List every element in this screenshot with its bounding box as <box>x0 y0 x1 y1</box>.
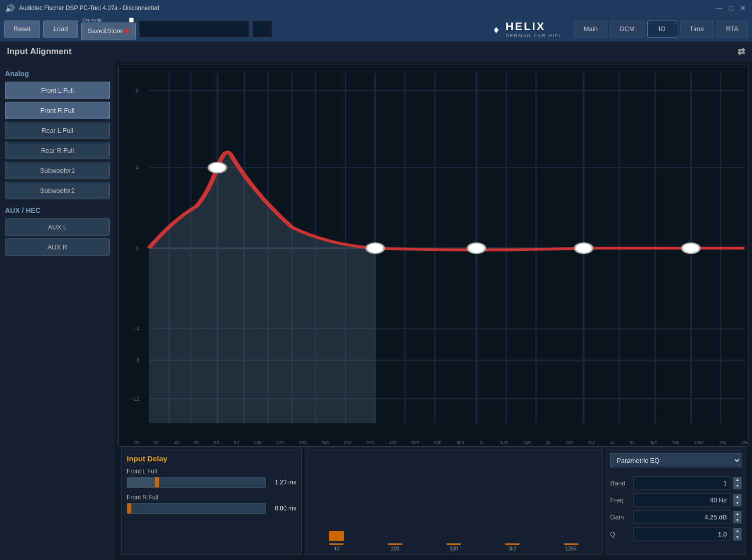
peq-q-up[interactable]: ▲ <box>733 528 741 534</box>
peq-freq-row: Freq ▲ ▼ <box>610 493 741 506</box>
nav-rta-button[interactable]: RTA <box>716 21 748 38</box>
reset-button[interactable]: Reset <box>4 21 40 38</box>
nav-io-button[interactable]: IO <box>647 21 677 38</box>
eq-band-panel: 40 200 <box>305 449 603 555</box>
helix-logo: ⬧ HELIX GERMAN CAR HIFI <box>492 20 561 38</box>
x-label-4k: 4k <box>610 440 615 445</box>
delay-ch2-track[interactable] <box>127 503 266 514</box>
channel-rear-r-full[interactable]: Rear R Full <box>5 142 110 159</box>
peq-gain-down[interactable]: ▼ <box>733 517 741 523</box>
x-label-160: 160 <box>299 440 306 445</box>
nav-main-button[interactable]: Main <box>574 21 607 38</box>
app-icon: 🔊 <box>5 4 15 13</box>
setup-number-input[interactable]: 0 <box>252 21 272 38</box>
y-label-0: 0 <box>136 245 139 251</box>
peq-q-down[interactable]: ▼ <box>733 534 741 540</box>
x-label-50: 50 <box>194 440 199 445</box>
io-toggle-icon[interactable]: ⇄ <box>737 46 745 57</box>
eq-band-12k5-track[interactable] <box>563 543 579 544</box>
close-button[interactable]: ✕ <box>739 4 747 12</box>
eq-band-40-label: 40 <box>334 546 339 551</box>
channel-front-r-full[interactable]: Front R Full <box>5 102 110 119</box>
control-point-12k5[interactable] <box>682 243 700 253</box>
save-store-label: Save&Store <box>88 27 122 35</box>
section-header: Input Alignment ⇄ <box>0 42 752 62</box>
peq-freq-input[interactable] <box>633 493 730 506</box>
setup-name-input[interactable]: No Setup Loaded <box>139 21 249 38</box>
eq-band-40-track[interactable] <box>329 543 344 544</box>
nav-time-button[interactable]: Time <box>680 21 713 38</box>
channel-aux-l[interactable]: AUX L <box>5 218 110 236</box>
title-bar: 🔊 Audiotec Fischer DSP PC-Tool 4.07a - D… <box>0 0 752 16</box>
eq-band-sliders: 40 200 <box>308 452 599 551</box>
peq-band-down[interactable]: ▼ <box>733 483 741 489</box>
peq-panel: Parametric EQ Band ▲ ▼ Freq <box>606 449 746 555</box>
eq-band-200-label: 200 <box>391 546 400 551</box>
control-point-200hz[interactable] <box>366 243 385 253</box>
peq-band-input[interactable] <box>633 476 730 489</box>
x-label-40: 40 <box>174 440 179 445</box>
eq-band-800-track[interactable] <box>446 543 461 544</box>
x-label-400: 400 <box>389 440 397 445</box>
channel-front-l-full[interactable]: Front L Full <box>5 82 110 99</box>
eq-chart[interactable]: 8 4 0 -4 -8 -12 <box>118 65 749 447</box>
save-store-group: Overwrite Save&Store <box>81 19 136 40</box>
channel-aux-r[interactable]: AUX R <box>5 238 110 256</box>
control-point-3k2[interactable] <box>575 243 593 253</box>
maximize-button[interactable]: □ <box>727 4 735 12</box>
peq-q-input[interactable] <box>633 527 730 540</box>
peq-q-spinner[interactable]: ▲ ▼ <box>733 528 741 540</box>
x-label-20k: 20k <box>741 440 748 445</box>
delay-ch1-label: Front L Full <box>127 468 296 475</box>
peq-freq-spinner[interactable]: ▲ ▼ <box>733 494 741 506</box>
eq-band-12k5: 12k5 <box>563 532 579 551</box>
peq-freq-label: Freq <box>610 496 630 504</box>
peq-freq-up[interactable]: ▲ <box>733 494 741 500</box>
x-label-25: 25 <box>134 440 139 445</box>
peq-type-select[interactable]: Parametric EQ <box>610 453 741 467</box>
eq-band-800-label: 800 <box>450 546 458 551</box>
y-label-neg12: -12 <box>132 396 139 402</box>
peq-gain-up[interactable]: ▲ <box>733 511 741 517</box>
peq-band-up[interactable]: ▲ <box>733 477 741 483</box>
eq-band-40-top <box>329 531 344 541</box>
peq-freq-down[interactable]: ▼ <box>733 500 741 506</box>
channel-subwoofer2[interactable]: Subwoofer2 <box>5 182 110 199</box>
peq-gain-spinner[interactable]: ▲ ▼ <box>733 511 741 523</box>
save-store-button[interactable]: Save&Store <box>81 23 136 40</box>
y-label-8: 8 <box>136 88 139 93</box>
minimize-button[interactable]: — <box>715 4 723 12</box>
helix-subtitle: GERMAN CAR HIFI <box>505 33 561 38</box>
control-point-40hz[interactable] <box>209 162 227 173</box>
bottom-panels: Input Delay Front L Full 1.23 ms Front R… <box>118 447 749 557</box>
peq-band-spinner[interactable]: ▲ ▼ <box>733 477 741 489</box>
x-label-800: 800 <box>457 440 464 445</box>
input-delay-panel: Input Delay Front L Full 1.23 ms Front R… <box>121 449 302 555</box>
peq-band-row: Band ▲ ▼ <box>610 476 741 489</box>
eq-band-3k2: 3k2 <box>505 532 520 551</box>
eq-band-800-marker <box>447 543 461 545</box>
x-label-3k2: 3k2 <box>588 440 595 445</box>
delay-ch2-thumb[interactable] <box>127 503 131 513</box>
x-label-315: 315 <box>366 440 374 445</box>
title-bar-controls[interactable]: — □ ✕ <box>715 4 747 12</box>
peq-gain-input[interactable] <box>633 510 730 523</box>
eq-curve-svg[interactable] <box>149 73 744 423</box>
x-label-125: 125 <box>276 440 284 445</box>
eq-band-3k2-track[interactable] <box>505 543 520 544</box>
overwrite-checkbox[interactable] <box>129 18 134 23</box>
x-label-16k: 16k <box>719 440 726 445</box>
delay-ch1-track[interactable] <box>127 477 266 488</box>
channel-subwoofer1[interactable]: Subwoofer1 <box>5 162 110 179</box>
eq-band-200-track[interactable] <box>388 543 403 544</box>
helix-diamond-icon: ⬧ <box>492 21 500 37</box>
eq-band-3k2-label: 3k2 <box>508 546 516 551</box>
delay-ch2-label: Front R Full <box>127 494 296 501</box>
load-button[interactable]: Load <box>43 21 78 38</box>
nav-dcm-button[interactable]: DCM <box>610 21 644 38</box>
x-label-5k: 5k <box>630 440 635 445</box>
control-point-800hz[interactable] <box>468 243 486 253</box>
content-area: Analog Front L Full Front R Full Rear L … <box>0 62 752 560</box>
channel-rear-l-full[interactable]: Rear L Full <box>5 122 110 139</box>
delay-ch1-thumb[interactable] <box>155 477 159 487</box>
